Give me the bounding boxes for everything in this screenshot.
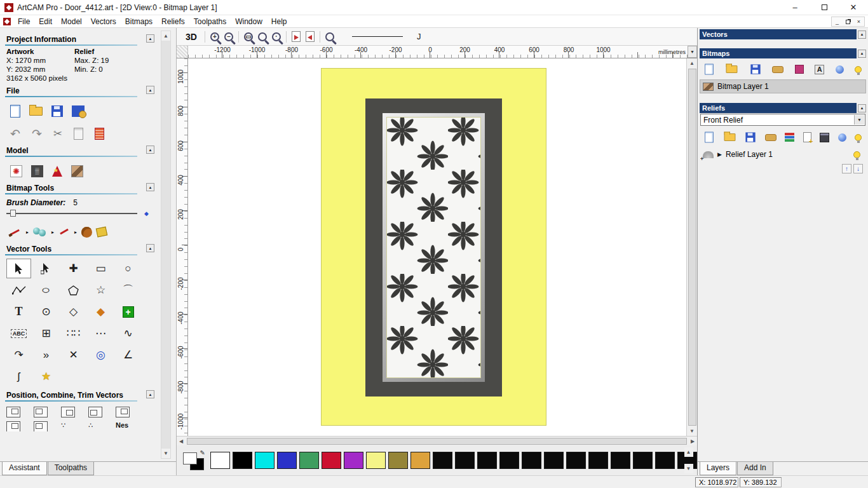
- palette-swatch-14[interactable]: [522, 452, 541, 469]
- edit-color-pencil-icon[interactable]: ✎: [200, 449, 205, 456]
- scrollbar-thumb[interactable]: [161, 41, 170, 449]
- new-bitmap-layer-icon[interactable]: [705, 64, 714, 75]
- scroll-down-icon[interactable]: ▼: [684, 464, 693, 473]
- stroke-width-preview[interactable]: [352, 36, 403, 37]
- flyout-arrow-icon[interactable]: ▸: [51, 229, 54, 235]
- rename-layer-icon[interactable]: A: [815, 65, 824, 74]
- greyscale-from-model-icon[interactable]: ✺: [10, 165, 22, 177]
- section-header-model[interactable]: Model ▲: [5, 145, 157, 157]
- tab-add-in[interactable]: Add In: [737, 462, 773, 475]
- palette-swatch-19[interactable]: [633, 452, 653, 469]
- add-relief-sheet-icon[interactable]: [803, 132, 811, 142]
- nesting-tool-icon[interactable]: ∷∷: [61, 323, 86, 343]
- new-model-icon[interactable]: [10, 105, 20, 118]
- palette-swatch-6[interactable]: [344, 452, 363, 469]
- flyout-arrow-icon[interactable]: ▸: [26, 229, 29, 235]
- transform-tool-icon[interactable]: ✚: [61, 259, 86, 278]
- collapse-arrow-icon[interactable]: ▲: [858, 50, 866, 58]
- palette-swatch-7[interactable]: [366, 452, 386, 469]
- grid-tool-icon[interactable]: ⊞: [34, 323, 58, 343]
- align-center-icon[interactable]: [6, 407, 20, 417]
- scrollbar-thumb[interactable]: [187, 438, 687, 445]
- palette-scrollbar[interactable]: ▲ ▼: [684, 447, 693, 473]
- slider-handle[interactable]: [10, 210, 16, 217]
- paint-brush-icon[interactable]: [9, 227, 22, 237]
- paste-icon[interactable]: [74, 128, 83, 140]
- palette-swatch-5[interactable]: [322, 452, 341, 469]
- view-3d-button[interactable]: 3D: [183, 31, 200, 43]
- relief-layer-bulb-icon[interactable]: [853, 151, 860, 158]
- align-top-icon[interactable]: [61, 407, 75, 417]
- palette-swatch-2[interactable]: [255, 452, 275, 469]
- section-header-position-combine-trim[interactable]: Position, Combine, Trim Vectors ▲: [5, 390, 157, 402]
- maximize-button[interactable]: [810, 0, 839, 15]
- paint-layer-icon[interactable]: [795, 65, 804, 74]
- relief-colour-icon[interactable]: [838, 133, 846, 142]
- paint-selective-icon[interactable]: [33, 227, 47, 237]
- relief-visibility-bulb-icon[interactable]: [855, 134, 862, 141]
- palette-swatch-8[interactable]: [388, 452, 408, 469]
- flyout-arrow-icon[interactable]: ▸: [74, 229, 77, 235]
- palette-swatch-15[interactable]: [544, 452, 564, 469]
- arc-tool-icon[interactable]: ⌒: [116, 280, 140, 300]
- palette-swatch-13[interactable]: [499, 452, 519, 469]
- primary-secondary-color-well[interactable]: ✎: [183, 451, 205, 470]
- spacing-dots-icon[interactable]: ∵: [61, 421, 88, 431]
- chevron-down-icon[interactable]: ▼: [854, 115, 864, 125]
- assistant-scrollbar[interactable]: ▲ ▼: [161, 30, 171, 459]
- export-model-icon[interactable]: [72, 105, 85, 117]
- palette-swatch-10[interactable]: [433, 452, 452, 469]
- align-left-icon[interactable]: [34, 407, 48, 417]
- scatter-dots-icon[interactable]: ∴: [88, 421, 116, 431]
- save-model-icon[interactable]: [51, 105, 63, 117]
- collapse-arrow-icon[interactable]: ▲: [146, 244, 154, 252]
- palette-swatch-1[interactable]: [233, 452, 252, 469]
- join-vectors-tool-icon[interactable]: »: [34, 345, 58, 365]
- combine-subtract-icon[interactable]: [34, 421, 48, 431]
- envelope-tool-icon[interactable]: ⊙: [34, 302, 58, 322]
- drawing-canvas[interactable]: [188, 58, 686, 436]
- flood-fill-icon[interactable]: [96, 226, 108, 237]
- zoom-previous-icon[interactable]: [325, 32, 334, 41]
- calculate-relief-icon[interactable]: [820, 133, 829, 142]
- tab-layers[interactable]: Layers: [700, 462, 736, 475]
- mdi-minimize-button[interactable]: _: [832, 17, 843, 26]
- fillet-tool-icon[interactable]: ◆: [88, 302, 113, 322]
- section-profile-tool-icon[interactable]: ʃ: [6, 367, 31, 386]
- section-header-vector-tools[interactable]: Vector Tools ▲: [5, 243, 157, 255]
- minimize-button[interactable]: –: [780, 0, 810, 15]
- scroll-up-icon[interactable]: ▲: [684, 447, 693, 457]
- menu-model[interactable]: Model: [57, 16, 86, 27]
- palette-swatch-20[interactable]: [655, 452, 675, 469]
- mdi-close-button[interactable]: ×: [853, 17, 864, 26]
- collapse-arrow-icon[interactable]: ▲: [858, 104, 866, 112]
- freehand-curve-tool-icon[interactable]: ∿: [116, 323, 140, 343]
- palette-swatch-3[interactable]: [277, 452, 297, 469]
- snapshot-back-icon[interactable]: [306, 31, 315, 42]
- layer-colour-icon[interactable]: [836, 65, 844, 74]
- scroll-up-icon[interactable]: ▲: [688, 58, 696, 68]
- open-model-icon[interactable]: [29, 107, 43, 116]
- open-relief-layer-icon[interactable]: [724, 133, 735, 141]
- nesting-label[interactable]: Nes: [116, 421, 143, 431]
- menu-reliefs[interactable]: Reliefs: [157, 16, 189, 27]
- palette-swatch-16[interactable]: [566, 452, 586, 469]
- save-bitmap-layer-icon[interactable]: [750, 64, 760, 74]
- vectors-header[interactable]: Vectors: [700, 29, 857, 39]
- mdi-restore-button[interactable]: [843, 17, 853, 26]
- collapse-arrow-icon[interactable]: ▲: [858, 30, 866, 39]
- close-button[interactable]: ✕: [839, 0, 868, 15]
- merge-layer-icon[interactable]: [772, 66, 783, 73]
- section-header-project-information[interactable]: Project Information ▲: [5, 34, 157, 46]
- scroll-right-icon[interactable]: ▶: [688, 437, 697, 446]
- texture-icon[interactable]: [81, 227, 92, 238]
- relief-select-dropdown[interactable]: Front Relief ▼: [700, 114, 865, 126]
- polygon-tool-icon[interactable]: [61, 280, 86, 300]
- scroll-left-icon[interactable]: ◀: [177, 437, 186, 446]
- redo-icon[interactable]: ↷: [32, 128, 42, 140]
- zoom-window-icon[interactable]: ▭: [244, 32, 253, 41]
- menu-vectors[interactable]: Vectors: [86, 16, 121, 27]
- canvas-vertical-scrollbar[interactable]: ▲ ▼: [686, 58, 697, 436]
- draw-icon[interactable]: [58, 227, 70, 237]
- zoom-out-icon[interactable]: –: [224, 32, 233, 41]
